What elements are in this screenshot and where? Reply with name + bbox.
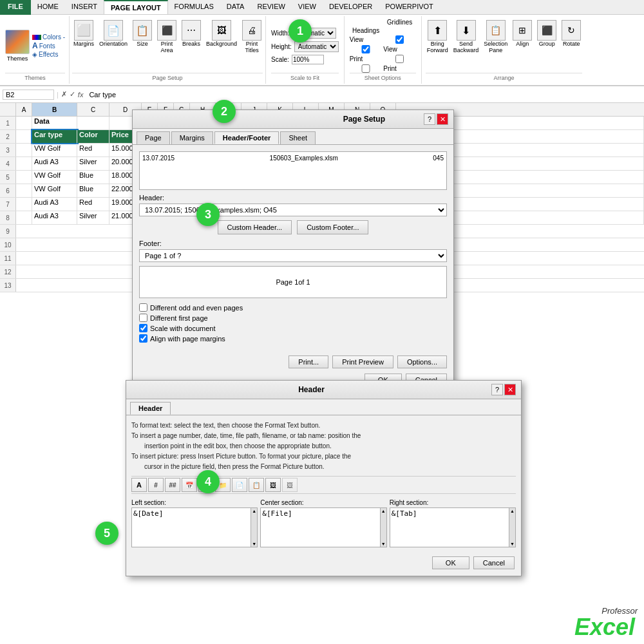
- page-setup-title: Page Setup: [343, 115, 385, 124]
- tab-developer[interactable]: DEVELOPER: [323, 0, 379, 14]
- header-help-button[interactable]: ?: [491, 384, 503, 395]
- bring-forward-button[interactable]: ⬆ Bring Forward: [426, 19, 450, 55]
- fonts-button[interactable]: A Fonts: [32, 41, 65, 50]
- tab-insert[interactable]: INSERT: [65, 0, 104, 14]
- close-icon[interactable]: ✕: [437, 113, 448, 125]
- right-section-input[interactable]: &[Tab]: [390, 508, 509, 547]
- print-button[interactable]: Print...: [289, 355, 328, 368]
- tab-data[interactable]: DATA: [220, 0, 251, 14]
- cell-c2[interactable]: Color: [77, 130, 109, 143]
- scale-input[interactable]: [292, 55, 324, 64]
- cell-b6[interactable]: VW Golf: [32, 184, 77, 197]
- gridlines-print[interactable]: [383, 55, 416, 63]
- cell-a1[interactable]: [16, 117, 32, 129]
- colors-button[interactable]: Colors -: [32, 33, 65, 41]
- formula-input[interactable]: [88, 90, 641, 99]
- cell-b5[interactable]: VW Golf: [32, 171, 77, 184]
- cell-b4[interactable]: Audi A3: [32, 157, 77, 170]
- tab-review[interactable]: REVIEW: [251, 0, 291, 14]
- insert-tab-name-button[interactable]: 📋: [249, 478, 264, 492]
- footer-dropdown[interactable]: Page 1 of ?: [139, 249, 447, 262]
- confirm-icon[interactable]: ✓: [70, 90, 75, 99]
- tab-page[interactable]: Page: [137, 131, 170, 144]
- send-backward-button[interactable]: ⬇ Send Backward: [452, 19, 480, 55]
- cell-a2[interactable]: [16, 130, 32, 143]
- cell-c5[interactable]: Blue: [77, 171, 109, 184]
- tab-page-layout[interactable]: PAGE LAYOUT: [104, 0, 168, 14]
- background-button[interactable]: 🖼 Background: [205, 19, 238, 48]
- effects-button[interactable]: ◈ Effects: [32, 51, 65, 58]
- custom-header-button[interactable]: Custom Header...: [218, 220, 292, 234]
- insert-pages-button[interactable]: ##: [165, 478, 180, 492]
- cell-b8[interactable]: Audi A3: [32, 211, 77, 224]
- themes-button[interactable]: Themes: [5, 30, 30, 62]
- cell-c3[interactable]: Red: [77, 144, 109, 156]
- cell-a4[interactable]: [16, 157, 32, 170]
- size-button[interactable]: 📋 Size: [131, 19, 153, 48]
- custom-footer-button[interactable]: Custom Footer...: [297, 220, 368, 234]
- header-dropdown[interactable]: 13.07.2015; 150603_Examples.xlsm; O45: [139, 204, 447, 216]
- format-text-button[interactable]: A: [131, 478, 147, 492]
- cell-c6[interactable]: Blue: [77, 184, 109, 197]
- rotate-button[interactable]: ↻ Rotate: [560, 19, 582, 48]
- tab-margins[interactable]: Margins: [171, 131, 213, 144]
- col-header-a[interactable]: A: [16, 103, 32, 116]
- file-tab[interactable]: FILE: [0, 0, 31, 15]
- height-select[interactable]: Automatic: [294, 41, 339, 52]
- tab-header-footer[interactable]: Header/Footer: [214, 131, 279, 144]
- cell-c8[interactable]: Silver: [77, 211, 109, 224]
- col-header-c[interactable]: C: [77, 103, 109, 116]
- cell-b2[interactable]: Car type: [32, 130, 77, 143]
- align-button[interactable]: ⊞ Align: [511, 19, 533, 48]
- tab-view[interactable]: VIEW: [292, 0, 323, 14]
- format-picture-button[interactable]: 🖼: [282, 478, 298, 492]
- headings-print[interactable]: [350, 64, 383, 73]
- insert-picture-button[interactable]: 🖼: [265, 478, 281, 492]
- group-button[interactable]: ⬛ Group: [536, 19, 558, 48]
- checkbox-align[interactable]: Align with page margins: [139, 334, 447, 343]
- insert-filename-button[interactable]: 📄: [232, 478, 247, 492]
- name-box[interactable]: [3, 90, 54, 100]
- function-icon[interactable]: fx: [78, 91, 84, 99]
- cell-a3[interactable]: [16, 144, 32, 156]
- left-section-input[interactable]: &[Date]: [132, 508, 251, 547]
- print-preview-button[interactable]: Print Preview: [332, 355, 393, 368]
- checkbox-first-page[interactable]: Different first page: [139, 314, 447, 322]
- cell-c1[interactable]: [77, 117, 109, 129]
- print-titles-button[interactable]: 🖨 Print Titles: [241, 19, 263, 55]
- print-area-button[interactable]: ⬛ Print Area: [156, 19, 178, 55]
- tab-powerpivot[interactable]: POWERPIVOT: [379, 0, 440, 14]
- breaks-button[interactable]: ⋯ Breaks: [180, 19, 202, 48]
- margins-button[interactable]: ⬜ Margins: [72, 19, 95, 48]
- gridlines-view[interactable]: [383, 35, 416, 44]
- center-section-input[interactable]: &[File]: [261, 508, 379, 547]
- insert-page-number-button[interactable]: #: [148, 478, 164, 492]
- tab-sheet[interactable]: Sheet: [280, 131, 316, 144]
- themes-group: Themes Colors - A Fonts ◈ Effects: [1, 16, 70, 84]
- cell-a5[interactable]: [16, 171, 32, 184]
- cell-a8[interactable]: [16, 211, 32, 224]
- header-close-icon[interactable]: ✕: [504, 384, 516, 395]
- header-cancel-button[interactable]: Cancel: [473, 556, 515, 569]
- options-button[interactable]: Options...: [397, 355, 447, 368]
- orientation-button[interactable]: 📄 Orientation: [98, 19, 129, 48]
- insert-date-button[interactable]: 📅: [182, 478, 197, 492]
- cell-b1[interactable]: Data: [32, 117, 77, 129]
- cancel-icon[interactable]: ✗: [61, 90, 67, 99]
- cell-c7[interactable]: Red: [77, 198, 109, 211]
- header-tab[interactable]: Header: [130, 402, 171, 415]
- tab-formulas[interactable]: FORMULAS: [168, 0, 220, 14]
- checkbox-scale[interactable]: Scale with document: [139, 324, 447, 332]
- headings-view[interactable]: [350, 45, 383, 53]
- col-header-b[interactable]: B: [32, 103, 77, 116]
- cell-b7[interactable]: Audi A3: [32, 198, 77, 211]
- selection-pane-button[interactable]: 📋 Selection Pane: [482, 19, 509, 55]
- cell-a6[interactable]: [16, 184, 32, 197]
- checkbox-odd-even[interactable]: Different odd and even pages: [139, 303, 447, 312]
- cell-a7[interactable]: [16, 198, 32, 211]
- tab-home[interactable]: HOME: [31, 0, 65, 14]
- cell-b3[interactable]: VW Golf: [32, 144, 77, 156]
- header-ok-button[interactable]: OK: [432, 556, 469, 569]
- help-button[interactable]: ?: [424, 113, 435, 125]
- cell-c4[interactable]: Silver: [77, 157, 109, 170]
